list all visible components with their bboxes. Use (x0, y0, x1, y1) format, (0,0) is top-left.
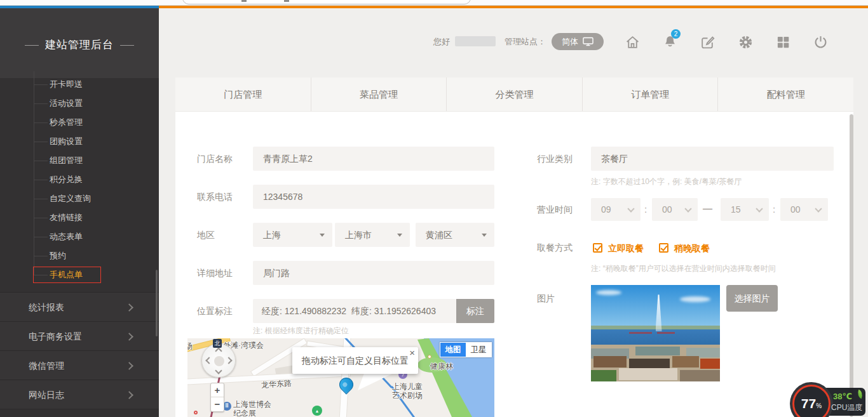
pan-up-icon[interactable] (215, 347, 222, 354)
chevron-right-icon (125, 362, 133, 370)
chevron-right-icon (125, 303, 133, 312)
end-hour-select[interactable]: 15 (721, 198, 769, 221)
panel-scrollbar[interactable] (850, 114, 853, 417)
sidebar-item-links[interactable]: 友情链接 (0, 208, 159, 227)
chevron-right-icon (125, 391, 133, 399)
map-infowindow: 拖动标注可自定义目标位置 × (292, 347, 418, 374)
start-hour-select[interactable]: 09 (591, 198, 641, 221)
zoom-out-button[interactable]: − (211, 397, 224, 411)
province-select[interactable]: 上海 (253, 223, 332, 247)
time-range-dash: — (703, 203, 712, 214)
sidebar-item-groupmgmt[interactable]: 组团管理 (0, 151, 159, 170)
language-label: 简体 (562, 36, 578, 48)
lat-label: 纬度: (351, 306, 372, 316)
start-minute-select[interactable]: 00 (652, 198, 698, 221)
chevron-down-icon (756, 205, 763, 212)
location-label: 位置标注 (197, 299, 233, 323)
map-marker-pin[interactable] (336, 374, 356, 394)
province-value: 上海 (263, 230, 281, 240)
manage-site-label: 管理站点： (505, 35, 546, 49)
sidebar-scrollbar[interactable] (156, 270, 158, 336)
choose-image-button[interactable]: 选择图片 (726, 285, 778, 312)
usage-percent: 77 (801, 396, 816, 411)
industry-input[interactable]: 茶餐厅 (591, 147, 834, 171)
pickup-now-checkbox[interactable] (593, 243, 602, 253)
accent-bar-blue (0, 6, 159, 8)
store-name-input[interactable]: 青青原上草2 (253, 147, 494, 171)
cpu-temp-label: CPU温度 (831, 402, 862, 413)
sidebar-item-card-gift[interactable]: 开卡即送 (0, 75, 159, 94)
browser-url-bar[interactable] (182, 0, 471, 4)
map-label-theater2: 艺术剧场 (392, 390, 423, 401)
language-switch-button[interactable]: 简体 (552, 33, 604, 50)
memory-usage-circle[interactable]: 77% (792, 385, 831, 417)
section-label: 网站日志 (29, 390, 64, 400)
tab-order-management[interactable]: 订单管理 (583, 77, 719, 111)
city-select[interactable]: 上海市 (335, 223, 410, 247)
apps-grid-icon[interactable] (776, 35, 790, 50)
map-type-map-button[interactable]: 地图 (440, 343, 466, 357)
pan-down-icon[interactable] (215, 367, 222, 374)
zoom-in-button[interactable]: + (211, 383, 224, 397)
pickup-now-label[interactable]: 立即取餐 (608, 243, 644, 253)
sidebar-section-ecommerce[interactable]: 电子商务设置 (0, 321, 159, 350)
chevron-right-icon (125, 333, 133, 341)
photo-building (635, 347, 680, 355)
sidebar-item-points[interactable]: 积分兑换 (0, 170, 159, 189)
notification-badge: 2 (671, 29, 681, 39)
district-value: 黄浦区 (426, 230, 452, 240)
pan-left-icon[interactable] (205, 357, 212, 364)
browser-icon-stub (284, 0, 289, 2)
pickup-label: 取餐方式 (537, 235, 573, 260)
section-label: 统计报表 (29, 302, 64, 312)
infowindow-text: 拖动标注可自定义目标位置 (292, 347, 418, 374)
mark-location-button[interactable]: 标注 (456, 299, 494, 323)
address-input[interactable]: 局门路 (253, 261, 494, 285)
settings-gear-icon[interactable] (738, 34, 754, 50)
home-icon[interactable] (625, 34, 641, 50)
sidebar-item-booking[interactable]: 预约 (0, 246, 159, 265)
pan-right-icon[interactable] (225, 357, 232, 364)
end-minute-value: 00 (790, 204, 801, 215)
map-label-partial: 场 (187, 341, 193, 352)
district-select[interactable]: 黄浦区 (416, 223, 494, 247)
sidebar-section-sitelog[interactable]: 网站日志 (0, 380, 159, 409)
map-zoom-control: + − (210, 383, 224, 412)
time-colon: : (644, 204, 647, 215)
map-pan-control[interactable] (201, 343, 236, 378)
photo-cloud (680, 296, 710, 302)
edit-icon[interactable] (700, 34, 715, 50)
photo-water (591, 329, 720, 347)
power-logout-icon[interactable] (813, 34, 829, 50)
start-minute-value: 00 (662, 204, 672, 215)
location-note: 注: 根据经纬度进行精确定位 (253, 326, 349, 336)
region-label: 地区 (197, 223, 215, 247)
sidebar-item-seckill[interactable]: 秒杀管理 (0, 113, 159, 132)
end-minute-select[interactable]: 00 (780, 198, 828, 221)
sidebar-sections: 统计报表 电子商务设置 微信管理 网站日志 (0, 292, 159, 409)
tab-dish-management[interactable]: 菜品管理 (311, 77, 447, 111)
photo-watermark (629, 332, 652, 334)
park-poi-icon: ▲ (312, 406, 322, 416)
usage-unit: % (816, 402, 822, 409)
sidebar-item-groupbuy[interactable]: 团购设置 (0, 132, 159, 151)
sidebar-item-dynamicform[interactable]: 动态表单 (0, 227, 159, 246)
sidebar-section-wechat[interactable]: 微信管理 (0, 350, 159, 380)
tab-category-management[interactable]: 分类管理 (447, 77, 583, 111)
pickup-later-label[interactable]: 稍晚取餐 (674, 243, 710, 253)
pickup-note: 注: “稍晚取餐”用户可以选择在营业时间内选择取餐时间 (591, 263, 776, 274)
sidebar-section-reports[interactable]: 统计报表 (0, 292, 159, 321)
browser-icon-stub (241, 0, 247, 2)
phone-input[interactable]: 12345678 (253, 185, 494, 209)
baidu-map[interactable]: 场 外滩·湾璞会 龙华东路 上海世博会 纪念展 健康林 上海儿童 艺术剧场 Ⅲ … (187, 338, 494, 417)
section-label: 微信管理 (29, 361, 64, 371)
tab-store-management[interactable]: 门店管理 (175, 77, 311, 111)
pickup-later-checkbox[interactable] (659, 243, 668, 253)
coordinates-box[interactable]: 经度: 121.490882232 纬度: 31.1952626403 (253, 299, 456, 323)
map-type-satellite-button[interactable]: 卫星 (466, 343, 491, 357)
close-icon[interactable]: × (409, 347, 415, 359)
sidebar-item-customquery[interactable]: 自定义查询 (0, 189, 159, 208)
sidebar-item-activity[interactable]: 活动设置 (0, 94, 159, 113)
tab-ingredient-management[interactable]: 配料管理 (718, 77, 853, 111)
sidebar-submenu: 开卡即送 活动设置 秒杀管理 团购设置 组团管理 积分兑换 自定义查询 友情链接… (0, 75, 159, 284)
